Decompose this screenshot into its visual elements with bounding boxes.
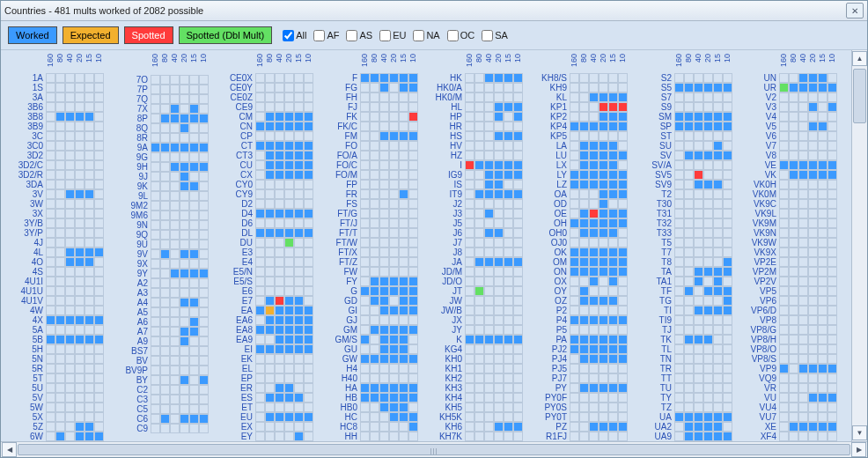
band-cell[interactable] — [265, 180, 275, 189]
band-cell[interactable] — [360, 199, 370, 209]
prefix-row[interactable]: IT9 — [425, 189, 523, 199]
band-cell[interactable] — [494, 180, 504, 189]
prefix-label[interactable]: CN — [216, 122, 255, 131]
prefix-label[interactable]: ES — [216, 393, 255, 403]
prefix-label[interactable]: T8 — [635, 257, 674, 267]
band-cell[interactable] — [608, 131, 618, 141]
band-cell[interactable] — [160, 307, 170, 317]
band-cell[interactable] — [180, 104, 189, 114]
prefix-label[interactable]: IS — [425, 180, 465, 189]
band-cell[interactable] — [55, 422, 65, 432]
band-cell[interactable] — [779, 277, 789, 286]
prefix-row[interactable]: A6 — [111, 317, 209, 327]
band-cell[interactable] — [265, 247, 275, 257]
band-cell[interactable] — [504, 277, 513, 286]
band-cell[interactable] — [294, 189, 304, 199]
prefix-row[interactable]: OY — [530, 286, 628, 296]
prefix-label[interactable]: PJ2 — [530, 344, 570, 354]
band-cell[interactable] — [474, 180, 484, 189]
band-cell[interactable] — [808, 112, 818, 122]
band-cell[interactable] — [275, 83, 284, 92]
band-cell[interactable] — [199, 424, 209, 433]
band-cell[interactable] — [304, 209, 313, 218]
band-cell[interactable] — [85, 315, 94, 325]
band-cell[interactable] — [170, 424, 180, 433]
band-cell[interactable] — [265, 403, 275, 412]
band-cell[interactable] — [570, 412, 579, 422]
band-cell[interactable] — [703, 257, 713, 267]
band-cell[interactable] — [199, 172, 209, 181]
band-cell[interactable] — [808, 160, 818, 170]
band-cell[interactable] — [389, 238, 399, 247]
band-cell[interactable] — [151, 85, 160, 94]
band-cell[interactable] — [589, 209, 599, 218]
prefix-row[interactable]: 9N — [111, 220, 209, 230]
band-cell[interactable] — [579, 131, 589, 141]
band-cell[interactable] — [599, 170, 608, 180]
band-cell[interactable] — [94, 286, 104, 296]
band-cell[interactable] — [65, 238, 75, 247]
band-cell[interactable] — [65, 141, 75, 151]
prefix-label[interactable]: VP8/S — [739, 354, 779, 364]
band-cell[interactable] — [474, 354, 484, 364]
band-cell[interactable] — [94, 325, 104, 335]
band-cell[interactable] — [589, 344, 599, 354]
band-cell[interactable] — [828, 122, 837, 131]
band-cell[interactable] — [694, 83, 703, 92]
band-cell[interactable] — [199, 94, 209, 104]
band-cell[interactable] — [570, 180, 579, 189]
band-cell[interactable] — [713, 412, 723, 422]
band-cell[interactable] — [779, 122, 789, 131]
prefix-label[interactable]: CM — [216, 112, 255, 122]
band-cell[interactable] — [284, 383, 294, 393]
band-cell[interactable] — [504, 92, 513, 102]
band-cell[interactable] — [65, 228, 75, 238]
band-cell[interactable] — [304, 73, 313, 83]
band-cell[interactable] — [180, 404, 189, 414]
band-cell[interactable] — [189, 211, 199, 220]
band-cell[interactable] — [789, 102, 798, 112]
band-cell[interactable] — [275, 247, 284, 257]
band-cell[interactable] — [275, 122, 284, 131]
band-cell[interactable] — [674, 73, 684, 83]
prefix-label[interactable]: 1A — [6, 73, 46, 83]
band-cell[interactable] — [65, 247, 75, 257]
prefix-label[interactable]: TN — [635, 354, 674, 364]
band-cell[interactable] — [379, 102, 389, 112]
band-cell[interactable] — [828, 373, 837, 383]
band-cell[interactable] — [189, 201, 199, 211]
band-cell[interactable] — [684, 92, 694, 102]
band-cell[interactable] — [723, 403, 732, 412]
band-cell[interactable] — [199, 230, 209, 240]
band-cell[interactable] — [570, 170, 579, 180]
band-cell[interactable] — [513, 335, 523, 344]
band-cell[interactable] — [589, 218, 599, 228]
band-cell[interactable] — [589, 403, 599, 412]
band-cell[interactable] — [379, 83, 389, 92]
band-cell[interactable] — [284, 296, 294, 306]
band-cell[interactable] — [579, 151, 589, 160]
band-cell[interactable] — [713, 141, 723, 151]
prefix-row[interactable]: IS — [425, 180, 523, 189]
band-cell[interactable] — [55, 112, 65, 122]
band-cell[interactable] — [494, 325, 504, 335]
band-cell[interactable] — [713, 170, 723, 180]
band-cell[interactable] — [408, 383, 418, 393]
band-cell[interactable] — [265, 151, 275, 160]
band-cell[interactable] — [160, 424, 170, 433]
band-cell[interactable] — [703, 393, 713, 403]
band-cell[interactable] — [494, 102, 504, 112]
prefix-label[interactable]: TK — [635, 335, 674, 344]
band-cell[interactable] — [151, 162, 160, 172]
prefix-row[interactable]: S5 — [635, 83, 732, 92]
prefix-label[interactable]: T33 — [635, 228, 674, 238]
band-cell[interactable] — [618, 286, 628, 296]
band-cell[interactable] — [494, 92, 504, 102]
band-cell[interactable] — [85, 286, 94, 296]
band-cell[interactable] — [818, 344, 828, 354]
prefix-label[interactable]: SV9 — [635, 180, 674, 189]
band-cell[interactable] — [474, 102, 484, 112]
band-cell[interactable] — [170, 395, 180, 404]
prefix-label[interactable]: 9M6 — [111, 211, 151, 220]
band-cell[interactable] — [684, 325, 694, 335]
